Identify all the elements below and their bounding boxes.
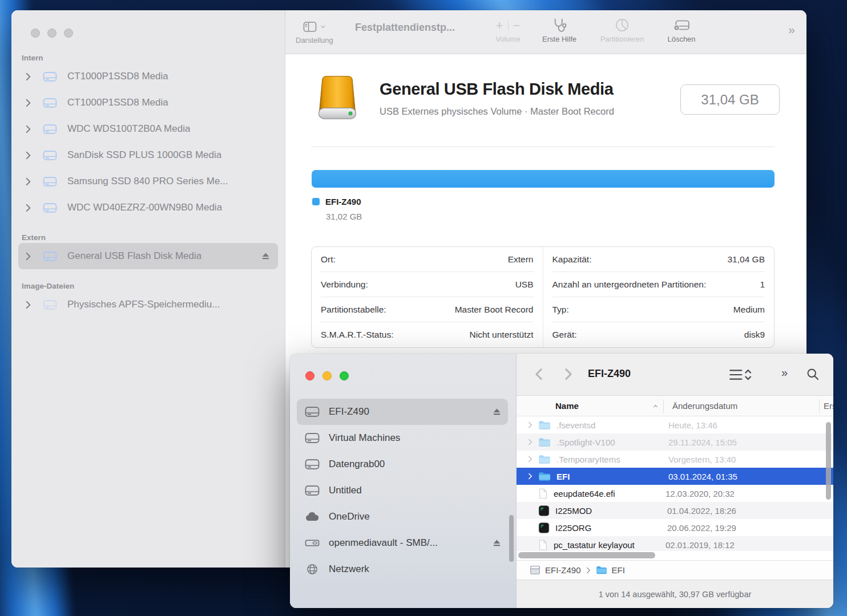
drive-icon: [43, 150, 57, 161]
remove-volume-icon[interactable]: −: [513, 18, 521, 33]
file-modified-date: Vorgestern, 13:40: [668, 455, 736, 464]
file-row-i225org[interactable]: I225ORG 20.06.2022, 19:29: [517, 519, 833, 536]
sidebar-item-label: General USB Flash Disk Media: [67, 250, 201, 262]
erase-button[interactable]: Löschen: [659, 17, 704, 43]
toolbar-overflow-button[interactable]: »: [781, 366, 786, 379]
chevron-down-icon: [321, 24, 325, 30]
chevron-right-icon[interactable]: [25, 99, 31, 107]
window-title: Festplattendienstp...: [355, 22, 455, 34]
sidebar-item-label: Samsung SSD 840 PRO Series Me...: [67, 176, 228, 187]
add-volume-icon[interactable]: +: [496, 18, 503, 33]
forward-button[interactable]: [564, 367, 572, 381]
folder-icon: [538, 437, 551, 448]
sidebar-item-untitled[interactable]: Untitled: [297, 477, 508, 504]
chevron-right-icon[interactable]: [25, 72, 31, 81]
eject-icon[interactable]: [493, 408, 501, 416]
sidebar-item-disk[interactable]: CT1000P1SSD8 Media: [18, 90, 278, 116]
chevron-right-icon[interactable]: [25, 252, 31, 261]
finder-toolbar: EFI-Z490 »: [517, 354, 833, 396]
file-row-eeupdate[interactable]: eeupdate64e.efi 12.03.2020, 20:32: [517, 485, 833, 502]
minimize-button[interactable]: [322, 371, 332, 380]
view-button-label: Darstellung: [296, 36, 333, 44]
sidebar-item-label: Datengrab00: [329, 459, 385, 470]
first-aid-label: Erste Hilfe: [542, 35, 576, 43]
sidebar-item-disk[interactable]: WDC WDS100T2B0A Media: [18, 116, 278, 142]
finder-sidebar-list: Windows11 EFI-Z490 Virtual Machines Date…: [297, 396, 508, 608]
volume-buttons[interactable]: + − Volume: [486, 18, 530, 43]
first-aid-button[interactable]: Erste Hilfe: [537, 17, 582, 43]
zoom-button[interactable]: [340, 371, 349, 380]
back-button[interactable]: [535, 367, 543, 381]
section-label-images: Image-Dateien: [22, 282, 285, 290]
chevron-right-icon[interactable]: [25, 204, 31, 212]
file-row-efi-selected[interactable]: EFI 03.01.2024, 01:35: [517, 468, 833, 485]
document-icon: [538, 540, 548, 550]
partition-name: EFI-Z490: [325, 197, 361, 206]
file-row-pc-tastatur[interactable]: pc_tastatur keylayout 02.01.2019, 18:12: [517, 536, 833, 551]
sidebar-item-disk[interactable]: SanDisk SSD PLUS 1000GB Media: [18, 142, 278, 168]
list-view-control-icon[interactable]: [728, 367, 753, 382]
chevron-right-icon[interactable]: [25, 177, 31, 186]
horizontal-scrollbar: [517, 551, 833, 560]
sidebar-item-openmediavault[interactable]: openmediavault - SMB/...: [297, 530, 508, 556]
drive-icon: [305, 406, 320, 418]
partition-label: Partitionieren: [600, 35, 644, 43]
column-divider[interactable]: [663, 399, 664, 413]
eject-icon[interactable]: [261, 252, 270, 260]
sidebar-item-onedrive[interactable]: OneDrive: [297, 504, 508, 530]
path-volume[interactable]: EFI-Z490: [545, 565, 581, 575]
chevron-right-icon[interactable]: [25, 301, 31, 309]
info-row-kapazitaet: Kapazität: 31,04 GB: [552, 247, 765, 272]
toolbar-overflow-button[interactable]: »: [788, 23, 794, 37]
file-row-fseventsd[interactable]: .fseventsd Heute, 13:46: [517, 416, 833, 433]
close-button[interactable]: [305, 371, 314, 380]
file-row-temporaryitems[interactable]: .TemporaryItems Vorgestern, 13:40: [517, 451, 833, 468]
disk-title: General USB Flash Disk Media: [380, 80, 613, 99]
info-value: Medium: [733, 305, 765, 315]
disk-header: General USB Flash Disk Media USB Externe…: [311, 73, 780, 125]
chevron-right-icon[interactable]: [25, 151, 31, 160]
chevron-right-icon[interactable]: [25, 125, 31, 133]
chevron-right-icon[interactable]: [527, 439, 534, 445]
sidebar-item-disk[interactable]: Samsung SSD 840 PRO Series Me...: [18, 168, 278, 194]
chevron-right-icon[interactable]: [527, 422, 534, 428]
column-divider[interactable]: [819, 399, 820, 413]
close-button[interactable]: [31, 29, 40, 38]
chevron-right-icon[interactable]: [527, 473, 534, 480]
info-row-ort: Ort: Extern: [321, 247, 534, 272]
sidebar-item-disk[interactable]: WDC WD40EZRZ-00WN9B0 Media: [18, 194, 278, 221]
chevron-right-icon[interactable]: [527, 456, 534, 463]
view-button[interactable]: Darstellung: [296, 19, 333, 44]
sidebar-item-virtual-machines[interactable]: Virtual Machines: [297, 425, 508, 451]
sidebar-item-disk[interactable]: CT1000P1SSD8 Media: [18, 63, 278, 90]
column-header-name[interactable]: Name: [555, 401, 579, 411]
sidebar-scrollbar[interactable]: [509, 515, 514, 562]
sidebar-item-label: Virtual Machines: [329, 432, 400, 444]
cloud-icon: [305, 511, 320, 522]
finder-window-title: EFI-Z490: [588, 368, 631, 380]
partition-usage-bar[interactable]: [312, 170, 775, 188]
minimize-button[interactable]: [47, 29, 57, 38]
column-header-created[interactable]: Ers: [824, 401, 833, 411]
sidebar-item-usb-disk-selected[interactable]: General USB Flash Disk Media: [18, 243, 278, 269]
zoom-button[interactable]: [64, 29, 73, 38]
sidebar-item-apfs-image[interactable]: Physisches APFS-Speichermediu...: [18, 291, 278, 318]
eject-icon[interactable]: [493, 539, 501, 547]
sidebar-item-netzwerk[interactable]: Netzwerk: [297, 556, 508, 582]
horizontal-scrollbar-thumb[interactable]: [518, 552, 655, 558]
info-row-partitionstabelle: Partitionstabelle: Master Boot Record: [321, 297, 534, 322]
sidebar-item-efi-z490[interactable]: EFI-Z490: [297, 399, 508, 425]
path-folder[interactable]: EFI: [612, 565, 625, 575]
file-list-scrollbar[interactable]: [826, 422, 831, 500]
file-name: I225ORG: [555, 523, 667, 533]
sidebar-item-datengrab00[interactable]: Datengrab00: [297, 451, 508, 477]
file-name: EFI: [556, 472, 668, 481]
file-row-i225mod[interactable]: I225MOD 01.04.2022, 18:26: [517, 502, 833, 519]
file-row-spotlight[interactable]: .Spotlight-V100 29.11.2024, 15:05: [517, 433, 833, 451]
search-icon[interactable]: [806, 368, 819, 380]
folder-icon: [538, 454, 551, 465]
partition-button[interactable]: Partitionieren: [594, 17, 651, 43]
column-header-modified[interactable]: Änderungsdatum: [672, 401, 737, 411]
finder-sidebar: Windows11 EFI-Z490 Virtual Machines Date…: [290, 354, 517, 608]
status-text: 1 von 14 ausgewählt, 30,97 GB verfügbar: [599, 590, 752, 599]
